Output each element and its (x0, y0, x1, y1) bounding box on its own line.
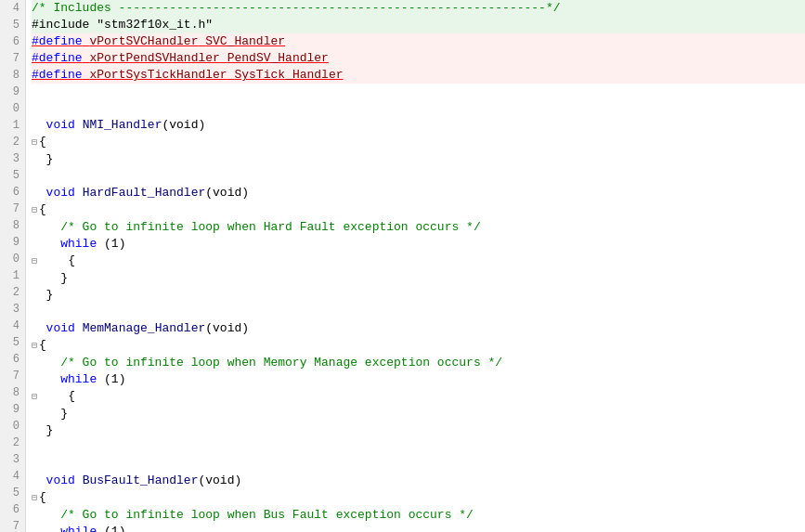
code-line: /* Go to infinite loop when Hard Fault e… (32, 219, 805, 236)
code-line: ⊟{ (32, 489, 805, 507)
line-number: 9 (6, 401, 19, 418)
line-number: 6 (6, 351, 19, 368)
line-number: 8 (6, 67, 19, 84)
line-number: 8 (6, 217, 19, 234)
line-number: 7 (6, 50, 19, 67)
line-number: 8 (6, 384, 19, 401)
line-number: 6 (6, 184, 19, 201)
code-editor: 45678901235678901234567890234567 /* Incl… (0, 0, 805, 532)
line-number: 9 (6, 234, 19, 251)
code-line: ⊟ { (32, 253, 805, 270)
line-number: 7 (6, 368, 19, 384)
code-line: ⊟{ (32, 134, 805, 151)
code-line: while (1) (32, 236, 805, 253)
line-number: 0 (6, 100, 19, 117)
code-line (32, 304, 805, 320)
code-line: /* Go to infinite loop when Bus Fault ex… (32, 507, 805, 524)
line-number: 5 (6, 485, 19, 501)
code-line: #include "stm32f10x_it.h" (32, 17, 805, 33)
line-number: 0 (6, 251, 19, 267)
line-number: 4 (6, 318, 19, 334)
line-number: 3 (6, 301, 19, 318)
line-number: 7 (6, 201, 19, 217)
line-number: 0 (6, 418, 19, 435)
code-line: #define vPortSVCHandler SVC_Handler (32, 33, 805, 50)
code-line: } (32, 422, 805, 439)
code-line: } (32, 270, 805, 287)
line-number: 1 (6, 267, 19, 284)
code-content: /* Includes ----------------------------… (26, 0, 805, 532)
code-line (32, 84, 805, 100)
code-line: while (1) (32, 371, 805, 388)
line-number: 6 (6, 501, 19, 518)
code-line: void BusFault_Handler(void) (32, 473, 805, 489)
code-line: #define xPortSysTickHandler SysTick_Hand… (32, 67, 805, 84)
code-line: void MemManage_Handler(void) (32, 320, 805, 337)
code-line: /* Includes ----------------------------… (32, 0, 805, 17)
line-number: 1 (6, 117, 19, 134)
line-number: 3 (6, 150, 19, 167)
code-line: while (1) (32, 524, 805, 532)
line-number: 4 (6, 468, 19, 485)
line-number: 5 (6, 167, 19, 184)
line-number: 3 (6, 451, 19, 468)
code-line: void NMI_Handler(void) (32, 117, 805, 134)
line-number: 5 (6, 334, 19, 351)
code-line (32, 456, 805, 473)
line-numbers: 45678901235678901234567890234567 (0, 0, 26, 532)
code-line (32, 168, 805, 185)
code-line: void HardFault_Handler(void) (32, 185, 805, 201)
code-line: #define xPortPendSVHandler PendSV_Handle… (32, 50, 805, 67)
line-number: 6 (6, 33, 19, 50)
code-line: /* Go to infinite loop when Memory Manag… (32, 355, 805, 371)
code-line: } (32, 406, 805, 422)
code-line: } (32, 287, 805, 304)
code-line (32, 439, 805, 456)
line-number: 4 (6, 0, 19, 17)
code-line: } (32, 151, 805, 168)
code-line: ⊟{ (32, 201, 805, 219)
code-line: ⊟ { (32, 388, 805, 406)
code-line: ⊟{ (32, 337, 805, 355)
line-number: 2 (6, 284, 19, 301)
line-number: 5 (6, 17, 19, 33)
line-number: 9 (6, 84, 19, 100)
code-line (32, 100, 805, 117)
line-number: 7 (6, 518, 19, 532)
line-number: 2 (6, 435, 19, 451)
line-number: 2 (6, 134, 19, 150)
